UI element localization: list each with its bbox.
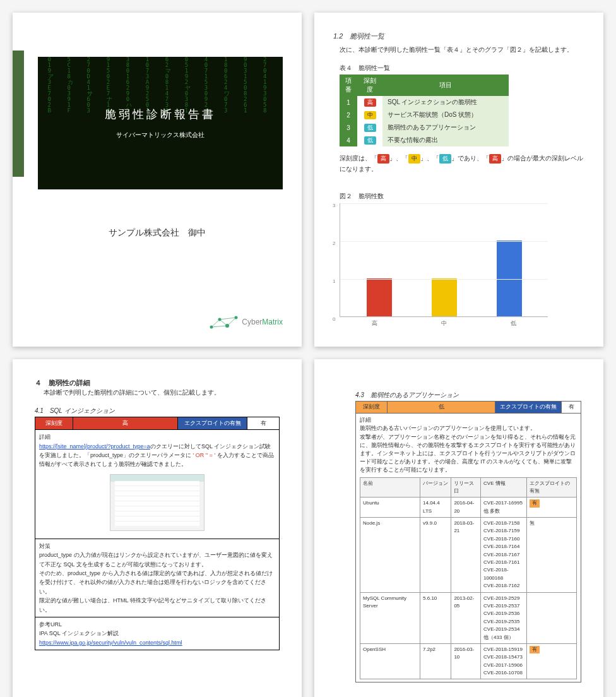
chart-bar	[497, 241, 522, 316]
vulnerability-table: 項番 深刻度 項目 1 高 SQL インジェクションの脆弱性 2 中 サービス不…	[340, 74, 509, 146]
svg-line-3	[220, 318, 236, 319]
detail-heading: 詳細	[360, 416, 577, 424]
table-row: 1 高 SQL インジェクションの脆弱性	[340, 96, 509, 109]
detail-heading: 詳細	[39, 432, 275, 441]
target-url-link[interactable]: https://[site_name]/product/?product_typ…	[39, 443, 150, 450]
report-client: サンプル株式会社 御中	[32, 227, 283, 239]
table-row: Node.jsv9.9.02018-03-21CVE-2018-7158CVE-…	[360, 518, 577, 593]
th-name: 名前	[360, 477, 420, 497]
vulnerability-detail-page: ４ 脆弱性の詳細 本診断で判明した脆弱性の詳細について、個別に記載します。 4.…	[13, 359, 302, 697]
section-intro: 本診断で判明した脆弱性の詳細について、個別に記載します。	[35, 388, 280, 398]
countermeasure-heading: 対策	[39, 542, 275, 551]
report-title: 脆弱性診断報告書	[105, 107, 216, 122]
th-version: バージョン	[420, 477, 451, 497]
section-heading: 1.2 脆弱性一覧	[333, 32, 584, 41]
table-caption: 表４ 脆弱性一覧	[340, 64, 584, 73]
severity-legend: 深刻度は、「高」、「中」、「低」であり、「高」の場合が最大の深刻レベルになります…	[340, 153, 584, 174]
table-row: OpenSSH7.2p22016-03-10CVE-2018-15919CVE-…	[360, 643, 577, 679]
exploit-flag: 有	[530, 499, 540, 507]
severity-badge-high: 高	[364, 98, 376, 107]
legend-high: 高	[377, 154, 389, 164]
svg-point-5	[210, 326, 213, 329]
table-row: 3 低 脆弱性のあるアプリケーション	[340, 121, 509, 134]
hdr-exploit-label: エクスプロイトの有無	[495, 402, 562, 413]
th-exploit: エクスプロイトの有無	[527, 477, 577, 497]
reference-link[interactable]: https://www.ipa.go.jp/security/vuln/vuln…	[39, 640, 182, 646]
cve-table: 名前 バージョン リリース日 CVE 情報 エクスプロイトの有無 Ubuntu1…	[360, 477, 577, 680]
section-heading: ４ 脆弱性の詳細	[35, 378, 280, 388]
svg-point-8	[234, 316, 237, 319]
vulnerability-summary-page: 1.2 脆弱性一覧 次に、本診断で判明した脆弱性一覧「表４」とそのグラフ「図２」…	[314, 13, 603, 347]
cover-accent-band	[13, 51, 24, 177]
severity-badge-low: 低	[364, 136, 376, 145]
detail-box: 深刻度 低 エクスプロイトの有無 有 詳細 脆弱性のある古いバージョンのアプリケ…	[355, 401, 581, 682]
svg-point-6	[218, 318, 221, 321]
hdr-exploit-value: 有	[562, 402, 581, 413]
th-release: リリース日	[451, 477, 481, 497]
chart-ytick: 0	[333, 316, 335, 322]
chart-xlabel: 高	[372, 319, 377, 328]
detail-box: 深刻度 高 エクスプロイトの有無 有 詳細 https://[site_name…	[35, 417, 280, 650]
legend-low: 低	[439, 154, 451, 164]
logo-text-b: Matrix	[262, 318, 283, 326]
th-severity: 深刻度	[357, 74, 382, 96]
company-logo: CyberMatrix	[208, 314, 283, 331]
th-item: 項目	[382, 74, 509, 96]
vulnerable-apps-page: 4.3 脆弱性のあるアプリケーション 深刻度 低 エクスプロイトの有無 有 詳細…	[314, 359, 603, 697]
svg-point-7	[225, 324, 229, 328]
chart-ytick: 3	[333, 203, 335, 208]
table-row: MySQL Community Server5.6.102013-02-05CV…	[360, 592, 577, 643]
table-row: 4 低 不要な情報の露出	[340, 134, 509, 146]
figure-caption: 図２ 脆弱性数	[340, 192, 584, 201]
injection-code: ' OR '' = '	[193, 452, 216, 458]
svg-line-0	[211, 319, 220, 327]
chart-xlabel: 中	[441, 319, 447, 328]
hdr-severity-label: 深刻度	[35, 417, 73, 429]
subsection-heading: 4.3 脆弱性のあるアプリケーション	[355, 391, 581, 400]
logo-graph-icon	[208, 314, 240, 331]
th-cve: CVE 情報	[481, 477, 527, 497]
section-intro: 次に、本診断で判明した脆弱性一覧「表４」とそのグラフ「図２」を記載します。	[333, 45, 584, 55]
chart-xlabel: 低	[511, 319, 516, 328]
table-row: Ubuntu14.04.4 LTS2016-04-20CVE-2017-1699…	[360, 497, 577, 518]
hdr-severity-value: 低	[388, 402, 495, 413]
subsection-heading: 4.1 SQL インジェクション	[35, 407, 280, 415]
exploit-flag: 有	[530, 646, 540, 653]
severity-badge-medium: 中	[364, 111, 376, 119]
legend-high-max: 高	[489, 154, 501, 164]
th-no: 項番	[340, 74, 357, 96]
cover-hero-image: 0 1 9 ア 3 E 7 0 2 B 5 C 1 8 カ 0 3 9 1 F …	[38, 57, 283, 189]
report-author: サイバーマトリックス株式会社	[116, 131, 204, 140]
chart-ytick: 2	[333, 241, 335, 246]
vulnerability-bar-chart: 0123	[340, 203, 548, 317]
hdr-severity-label: 深刻度	[356, 402, 388, 413]
hdr-exploit-value: 有	[247, 417, 279, 429]
reference-heading: 参考URL	[39, 620, 275, 629]
logo-text-a: Cyber	[242, 318, 262, 326]
svg-line-4	[211, 326, 227, 327]
hdr-severity-value: 高	[73, 417, 178, 429]
chart-ytick: 1	[333, 278, 335, 284]
severity-badge-low: 低	[364, 124, 376, 132]
table-row: 2 中 サービス不能状態（DoS 状態）	[340, 109, 509, 121]
evidence-screenshot-placeholder	[110, 474, 204, 531]
chart-bar	[432, 278, 457, 316]
report-cover-page: 0 1 9 ア 3 E 7 0 2 B 5 C 1 8 カ 0 3 9 1 F …	[13, 13, 302, 347]
hdr-exploit-label: エクスプロイトの有無	[178, 417, 247, 429]
chart-bar	[367, 278, 392, 316]
legend-medium: 中	[408, 154, 420, 164]
